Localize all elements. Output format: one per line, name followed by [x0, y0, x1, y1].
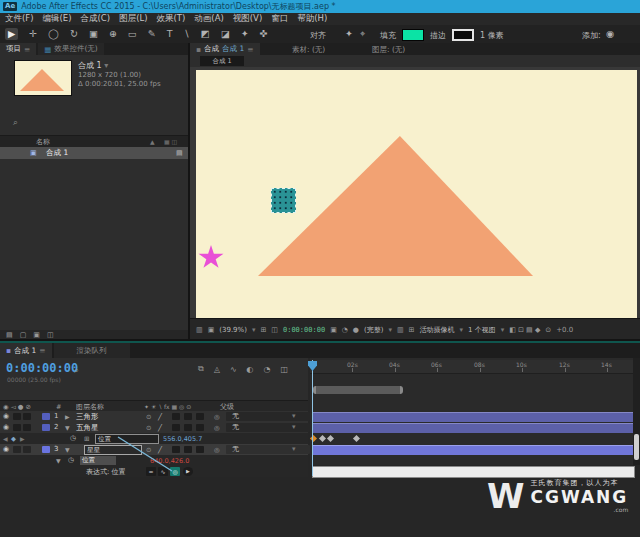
project-search-icon[interactable]: ⌕	[13, 117, 18, 128]
layer1-parent-dropdown[interactable]: 无 ▾	[226, 412, 310, 421]
transparency-grid-icon[interactable]: ⊞	[409, 326, 415, 334]
layer3-twirl-icon[interactable]: ▼	[65, 446, 70, 453]
frame-blending-icon[interactable]: ◐	[247, 365, 254, 374]
magnification-icon[interactable]: ▣	[208, 326, 215, 334]
brush-tool-icon[interactable]: ∖	[184, 29, 190, 39]
new-folder-icon[interactable]: ▢	[20, 331, 27, 339]
layer-row-1[interactable]: ◉ 1 ▶ 三角形 ⊙ ╱ ◎ 无 ▾	[0, 411, 308, 422]
tab-footage[interactable]: 素材: (无)	[292, 45, 325, 55]
graph-editor-icon[interactable]: ◫	[281, 365, 289, 374]
layer2-label-chip[interactable]	[42, 424, 50, 431]
layer2-audio-cell[interactable]	[13, 424, 21, 431]
snapping-label[interactable]: 对齐	[310, 30, 326, 41]
timeline-scrollbar-track[interactable]	[633, 358, 640, 465]
expression-graph-icon[interactable]: ∿	[158, 467, 168, 476]
keyframe-3[interactable]	[327, 435, 334, 442]
layer1-audio-cell[interactable]	[13, 413, 21, 420]
star-position-label-highlighted[interactable]: 位置	[95, 434, 159, 444]
timeline-panel-menu-icon[interactable]: ≡	[39, 346, 45, 355]
layer2-name[interactable]: 五角星	[76, 423, 99, 433]
menu-item-window[interactable]: 窗口	[271, 13, 288, 25]
layer2-twirl-icon[interactable]: ▼	[65, 424, 70, 431]
reset-exposure-icon[interactable]: ⊙	[545, 326, 551, 334]
fill-label[interactable]: 填充	[380, 30, 396, 41]
region-of-interest-icon[interactable]: ▥	[397, 326, 404, 334]
layer3-parent-caret-icon[interactable]: ▾	[292, 445, 296, 454]
layer2-parent-pickwhip-icon[interactable]: ◎	[214, 424, 220, 432]
star-position-value[interactable]: 556.0,405.7	[163, 435, 202, 443]
timeline-scrollbar-thumb[interactable]	[634, 434, 639, 460]
viewer-panel-menu-icon[interactable]: ≡	[247, 45, 253, 54]
tab-effect-controls[interactable]: ▦ 效果控件(无)	[38, 43, 103, 55]
tab-project[interactable]: 项目 ≡	[0, 43, 36, 55]
layer3-parent-pickwhip-icon[interactable]: ◎	[214, 446, 220, 454]
layer1-name[interactable]: 三角形	[76, 412, 99, 422]
new-composition-icon[interactable]: ▣	[33, 331, 40, 339]
tab-composition[interactable]: ▪ 合成 合成 1 ≡	[190, 43, 260, 55]
resolution-caret-icon[interactable]: ▾	[388, 326, 392, 334]
property-row-expr-position[interactable]: ▼ ◷ 位置 640.0,426.0	[0, 455, 308, 466]
interpret-footage-icon[interactable]: ▤	[6, 331, 13, 339]
expression-enable-icon[interactable]: =	[146, 467, 156, 476]
keyframe-4[interactable]	[353, 435, 360, 442]
star-position-stopwatch-icon[interactable]: ◷	[70, 434, 76, 442]
layer1-switch-icon[interactable]: ╱	[158, 413, 162, 421]
comp-mini-flowchart-icon[interactable]: ▥	[196, 326, 203, 334]
layer1-switch-cell-2[interactable]	[184, 413, 192, 420]
menu-item-layer[interactable]: 图层(L)	[119, 13, 147, 25]
expression-text-field[interactable]	[312, 466, 635, 478]
viewer-timecode[interactable]: 0:00:00:00	[283, 326, 325, 334]
comp-name-caret-icon[interactable]: ▾	[104, 61, 108, 70]
stroke-width-value[interactable]: 1 像素	[480, 30, 504, 41]
layer1-lock-cell[interactable]	[23, 413, 31, 420]
rotate-tool-icon[interactable]: ↻	[70, 29, 78, 39]
selection-tool-icon[interactable]: ▶	[5, 28, 18, 40]
menu-item-animation[interactable]: 动画(A)	[194, 13, 223, 25]
camera-tool-icon[interactable]: ▣	[89, 29, 98, 39]
tab-layer[interactable]: 图层: (无)	[372, 45, 405, 55]
stroke-label[interactable]: 描边	[430, 30, 446, 41]
header-column-icons[interactable]: ▦ ◫	[164, 138, 177, 145]
pan-behind-tool-icon[interactable]: ⊕	[109, 29, 117, 39]
layer3-eye-icon[interactable]: ◉	[3, 445, 9, 453]
keyframe-prev-icon[interactable]: ◀	[3, 435, 8, 442]
layer3-duration-bar[interactable]	[312, 445, 640, 455]
layer1-parent-pickwhip-icon[interactable]: ◎	[214, 413, 220, 421]
comp-thumbnail[interactable]	[14, 60, 72, 96]
layer-row-2[interactable]: ◉ 2 ▼ 五角星 ⊙ ╱ ◎ 无 ▾	[0, 422, 308, 433]
eraser-tool-icon[interactable]: ◪	[221, 29, 230, 39]
current-timecode[interactable]: 0:00:00:00	[6, 361, 78, 375]
mask-visibility-icon[interactable]: ◫	[271, 326, 278, 334]
timeline-search-icon[interactable]: ⌕	[74, 365, 79, 376]
layer3-audio-cell[interactable]	[13, 446, 21, 453]
keyframe-current-icon[interactable]: ◆	[11, 435, 16, 443]
playhead-line[interactable]	[312, 360, 313, 476]
tab-timeline-comp[interactable]: ▪ 合成 1 ≡	[0, 343, 52, 358]
roto-brush-tool-icon[interactable]: ✦	[241, 29, 249, 39]
layer2-switch-icon[interactable]: ╱	[158, 424, 162, 432]
view-layout-value[interactable]: 1 个视图	[468, 325, 496, 335]
position-twirl-icon[interactable]: ▼	[56, 457, 61, 464]
keyframe-2[interactable]	[319, 435, 326, 442]
layer3-switch-icon[interactable]: ╱	[158, 446, 162, 454]
puppet-pin-tool-icon[interactable]: ✜	[260, 29, 268, 39]
zoom-level-value[interactable]: (39.9%)	[219, 326, 247, 334]
text-tool-icon[interactable]: T	[167, 29, 173, 39]
keyframe-next-icon[interactable]: ▶	[20, 435, 25, 442]
clone-stamp-tool-icon[interactable]: ◩	[201, 29, 210, 39]
layer2-switch-cell-1[interactable]	[172, 424, 180, 431]
menu-item-file[interactable]: 文件(F)	[5, 13, 34, 25]
resolution-value[interactable]: (完整)	[364, 325, 383, 335]
hand-tool-icon[interactable]: ✛	[29, 29, 37, 39]
fill-color-swatch[interactable]	[402, 29, 424, 41]
layer1-quality-icon[interactable]: ⊙	[146, 413, 151, 421]
layer2-parent-dropdown[interactable]: 无 ▾	[226, 423, 310, 432]
tab-render-queue[interactable]: 渲染队列	[54, 343, 130, 358]
layer2-parent-caret-icon[interactable]: ▾	[292, 423, 296, 432]
menu-item-effect[interactable]: 效果(T)	[157, 13, 186, 25]
expression-pickwhip-icon[interactable]: ◎	[170, 467, 180, 476]
viewer-canvas[interactable]	[190, 67, 640, 318]
time-ruler[interactable]: 02s 04s 06s 08s 10s 12s 14s	[310, 360, 640, 374]
expression-language-menu-icon[interactable]: ▶	[183, 467, 193, 476]
layer2-switch-cell-3[interactable]	[196, 424, 204, 431]
